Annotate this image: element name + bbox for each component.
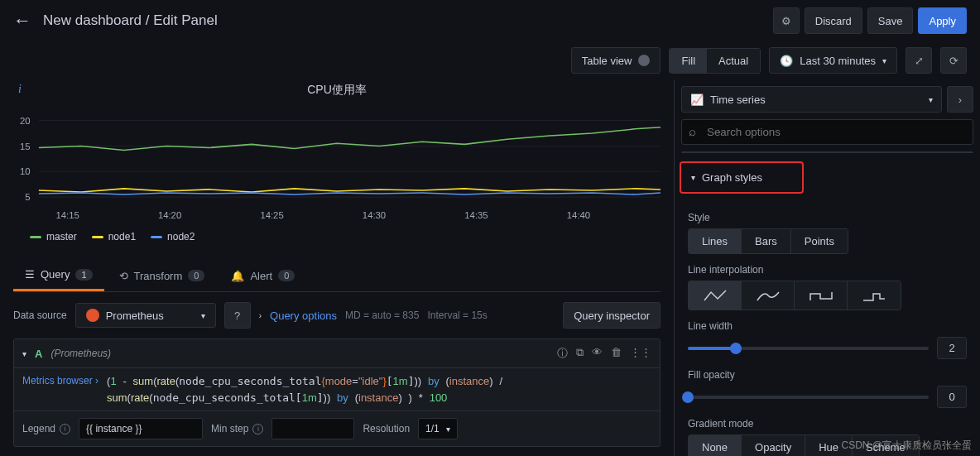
interpolation-group	[688, 281, 901, 310]
save-button[interactable]: Save	[867, 7, 914, 34]
legend-swatch	[151, 236, 162, 238]
svg-text:15: 15	[20, 142, 31, 151]
actual-option[interactable]: Actual	[707, 49, 760, 73]
drag-handle-icon[interactable]: ⋮⋮	[630, 346, 651, 361]
md-info: MD = auto = 835	[345, 310, 419, 321]
style-group: Lines Bars Points	[688, 228, 848, 254]
svg-text:5: 5	[25, 192, 30, 202]
fill-opacity-value[interactable]: 0	[937, 386, 967, 408]
watermark: CSDN @富士康质检员张全蛋	[841, 439, 972, 453]
tab-query[interactable]: ☰Query1	[13, 260, 104, 291]
legend-swatch	[92, 236, 103, 238]
visualization-select[interactable]: 📈 Time series ▾	[681, 86, 942, 113]
svg-text:20: 20	[20, 116, 31, 126]
legend-swatch	[30, 236, 41, 238]
chevron-down-icon: ▾	[882, 56, 886, 65]
panel-collapse-icon[interactable]: ›	[947, 86, 973, 113]
chart-legend: master node1 node2	[13, 228, 661, 246]
svg-text:14:35: 14:35	[464, 210, 488, 220]
style-points[interactable]: Points	[791, 229, 848, 253]
interval-info: Interval = 15s	[427, 310, 487, 321]
page-title: New dashboard / Edit Panel	[43, 12, 218, 29]
time-range-label: Last 30 minutes	[800, 55, 876, 67]
duplicate-query-icon[interactable]: ⧉	[576, 346, 584, 361]
style-bars[interactable]: Bars	[742, 229, 791, 253]
fill-option[interactable]: Fill	[670, 49, 707, 73]
chevron-down-icon: ▾	[201, 311, 205, 320]
svg-text:14:30: 14:30	[363, 210, 386, 220]
chevron-right-icon: ›	[259, 311, 262, 320]
settings-icon[interactable]: ⚙	[773, 7, 800, 34]
interp-smooth[interactable]	[742, 281, 795, 310]
toggle-dot-icon	[638, 55, 650, 66]
chart-svg: 20 15 10 5 14:15 14:20 14:25 14:30 14:35…	[13, 101, 661, 225]
chart-title: CPU使用率	[13, 79, 661, 101]
search-options-input[interactable]	[681, 119, 973, 145]
query-source: (Prometheus)	[50, 348, 111, 359]
resolution-select[interactable]: 1/1▾	[418, 418, 458, 439]
table-view-label: Table view	[582, 55, 632, 67]
query-letter: A	[35, 348, 42, 360]
svg-text:10: 10	[20, 166, 31, 176]
tab-alert[interactable]: 🔔Alert0	[219, 260, 306, 291]
query-options-link[interactable]: Query options	[270, 310, 337, 322]
discard-button[interactable]: Discard	[805, 7, 862, 34]
svg-text:14:25: 14:25	[260, 210, 283, 220]
chevron-down-icon: ▾	[691, 173, 695, 182]
legend-label: Legendi	[22, 423, 70, 434]
query-help-icon[interactable]: ⓘ	[557, 346, 568, 361]
metrics-browser-link[interactable]: Metrics browser ›	[22, 373, 98, 386]
legend-item[interactable]: node2	[151, 231, 195, 242]
chart-panel: i CPU使用率 20 15 10 5 14:15 14:20 14:25 14…	[13, 79, 661, 245]
prometheus-icon	[86, 309, 99, 322]
gradient-none[interactable]: None	[689, 435, 742, 456]
time-range-picker[interactable]: 🕓 Last 30 minutes ▾	[769, 47, 897, 74]
info-icon[interactable]: i	[18, 83, 22, 96]
gradient-mode-label: Gradient mode	[688, 418, 967, 430]
line-interpolation-label: Line interpolation	[688, 264, 967, 276]
data-source-select[interactable]: Prometheus ▾	[75, 303, 216, 328]
refresh-icon[interactable]: ⟳	[940, 47, 967, 74]
min-step-input[interactable]	[271, 418, 354, 439]
tab-all[interactable]: All	[682, 152, 828, 153]
clock-icon: 🕓	[780, 55, 793, 67]
chevron-down-icon[interactable]: ▾	[22, 349, 26, 358]
chevron-down-icon: ▾	[929, 95, 933, 104]
resolution-label: Resolution	[363, 423, 410, 434]
interp-linear[interactable]	[689, 281, 742, 310]
timeseries-icon: 📈	[690, 94, 704, 106]
svg-text:14:40: 14:40	[567, 210, 590, 220]
interp-step-before[interactable]	[795, 281, 848, 310]
tab-overrides[interactable]: Overrides	[828, 152, 973, 153]
line-width-label: Line width	[688, 320, 967, 332]
table-view-toggle[interactable]: Table view	[571, 47, 661, 74]
apply-button[interactable]: Apply	[918, 7, 967, 34]
data-source-label: Data source	[13, 310, 67, 321]
fill-opacity-slider[interactable]	[688, 396, 929, 399]
legend-item[interactable]: master	[30, 231, 77, 242]
fill-actual-segment: Fill Actual	[669, 48, 761, 74]
gradient-opacity[interactable]: Opacity	[742, 435, 805, 456]
delete-query-icon[interactable]: 🗑	[611, 346, 622, 361]
svg-text:14:20: 14:20	[158, 210, 181, 220]
query-expression[interactable]: (1 - sum(rate(node_cpu_seconds_total{mod…	[107, 373, 651, 406]
zoom-out-icon[interactable]: ⤢	[906, 47, 932, 74]
legend-item[interactable]: node1	[92, 231, 136, 242]
toggle-query-icon[interactable]: 👁	[592, 346, 603, 361]
fill-opacity-label: Fill opacity	[688, 369, 967, 381]
back-arrow-icon[interactable]: ←	[13, 10, 31, 31]
min-step-label: Min stepi	[211, 423, 263, 434]
svg-text:14:15: 14:15	[55, 210, 79, 220]
graph-styles-section[interactable]: ▾ Graph styles	[680, 161, 804, 194]
style-label: Style	[688, 212, 967, 223]
interp-step-after[interactable]	[848, 281, 901, 310]
line-width-slider[interactable]	[688, 347, 929, 350]
query-editor: ▾ A (Prometheus) ⓘ ⧉ 👁 🗑 ⋮⋮ Metrics brow…	[13, 338, 661, 447]
query-inspector-button[interactable]: Query inspector	[563, 302, 661, 329]
options-tabs: All Overrides	[681, 151, 973, 153]
legend-input[interactable]	[79, 418, 203, 439]
style-lines[interactable]: Lines	[689, 229, 742, 253]
tab-transform[interactable]: ⟲Transform0	[108, 260, 217, 291]
line-width-value[interactable]: 2	[937, 337, 967, 359]
datasource-help-icon[interactable]: ?	[224, 302, 251, 329]
